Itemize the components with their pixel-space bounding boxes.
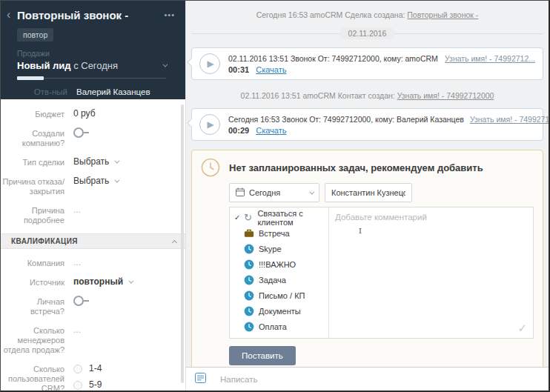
source-label: Источник: [1, 276, 64, 288]
calendar-icon: [236, 187, 245, 198]
call-meta: Сегодня 16:53 Звонок От: 74992712000, ко…: [228, 115, 464, 124]
event-text: Сегодня 16:53 amoCRM Сделка создана:: [256, 10, 408, 19]
deal-tag: повтор: [17, 28, 53, 41]
clock-icon: [243, 322, 255, 332]
pipeline-label: Продажи: [17, 49, 176, 58]
task-date-value: Сегодня: [249, 188, 304, 197]
back-icon[interactable]: ‹: [7, 8, 16, 21]
budget-value[interactable]: 0 руб: [73, 108, 96, 119]
deal-type-label: Тип сделки: [1, 156, 64, 167]
deal-fields: Бюджет 0 руб Создали компанию? Тип сделк…: [1, 99, 185, 391]
source-select[interactable]: повторный: [73, 276, 132, 288]
task-panel-title: Нет запланированных задач, рекомендуем д…: [229, 162, 483, 173]
note-input[interactable]: [220, 375, 540, 384]
deal-type-select[interactable]: Выбрать: [73, 156, 118, 167]
clock-icon: [243, 259, 255, 270]
card-notch: [187, 58, 195, 66]
chevron-down-icon: [162, 62, 168, 67]
field-company: Компания ...: [1, 257, 178, 268]
meeting-label: Личная встреча?: [1, 296, 64, 316]
contact-link[interactable]: Узнать имя! - 74992712...: [445, 54, 535, 63]
field-budget: Бюджет 0 руб: [1, 108, 178, 119]
note-composer: [186, 367, 549, 391]
company-created-label: Создали компанию?: [1, 127, 64, 148]
company-value[interactable]: ...: [73, 257, 81, 268]
chevron-down-icon: [309, 189, 314, 194]
field-personal-meeting: Личная встреча?: [1, 296, 178, 316]
responsible-label: Отв-ный: [7, 87, 67, 96]
deal-header: ‹ Повторный звонок - ••• повтор Продажи …: [1, 1, 185, 99]
task-type-list: ✓ ↻ Связаться с клиентом Встреча: [230, 207, 329, 338]
chevron-down-icon: [128, 279, 133, 284]
reason-detail-value[interactable]: ...: [73, 205, 81, 216]
timeline-panel: Сегодня 16:53 amoCRM Сделка создана: Пов…: [186, 1, 549, 391]
responsible-value[interactable]: Валерий Казанцев: [76, 87, 150, 96]
stage-suffix: с Сегодня: [71, 60, 119, 71]
section-qualification[interactable]: КВАЛИФИКАЦИЯ: [1, 233, 185, 249]
managers-value[interactable]: ...: [73, 325, 81, 336]
call-meta: 02.11.2016 13:51 Звонок От: 74992712000,…: [228, 54, 438, 63]
refusal-label: Причина отказа/ закрытия: [1, 176, 64, 196]
task-type-item[interactable]: Письмо / КП: [230, 288, 328, 303]
chevron-down-icon: [115, 178, 120, 183]
personal-meeting-toggle[interactable]: [73, 296, 89, 306]
task-type-item[interactable]: Skype: [230, 241, 328, 256]
refusal-select[interactable]: Выбрать: [73, 176, 118, 187]
event-contact-created: 02.11.2016 13:51 amoCRM Контакт создан: …: [191, 91, 543, 100]
section-title: КВАЛИФИКАЦИЯ: [11, 237, 173, 245]
task-type-item[interactable]: Задача: [230, 272, 328, 288]
field-company-created: Создали компанию?: [1, 127, 178, 148]
play-button[interactable]: ▶: [199, 53, 220, 74]
task-planner-panel: Нет запланированных задач, рекомендуем д…: [191, 150, 543, 367]
play-button[interactable]: ▶: [199, 114, 220, 135]
radio-option[interactable]: 5-9: [73, 379, 133, 391]
clock-icon: [243, 275, 255, 285]
set-task-button[interactable]: Поставить: [229, 346, 296, 365]
radio-option[interactable]: 1-4: [73, 363, 133, 374]
clock-icon: [243, 306, 255, 316]
event-feed: Сегодня 16:53 amoCRM Сделка создана: Пов…: [186, 1, 549, 367]
field-deal-type: Тип сделки Выбрать: [1, 156, 178, 167]
task-type-item[interactable]: ✓ ↻ Связаться с клиентом: [230, 210, 328, 225]
task-type-item[interactable]: Встреча: [230, 225, 328, 241]
deal-title[interactable]: Повторный звонок -: [17, 9, 162, 21]
radio-icon: [73, 365, 82, 373]
check-icon: ✓: [517, 322, 527, 335]
collapse-icon: [172, 239, 177, 245]
stage-name: Новый лид: [17, 60, 71, 71]
progress-filled: [17, 76, 44, 80]
task-type-item[interactable]: Документы: [230, 303, 328, 319]
call-record-card: ▶ Сегодня 16:53 Звонок От: 74992712000, …: [191, 108, 543, 141]
stage-progress-bar: [17, 76, 166, 80]
date-divider: 02.11.2016: [191, 27, 543, 39]
date-pill: 02.11.2016: [339, 27, 396, 39]
comment-input[interactable]: [329, 207, 533, 338]
alarm-clock-icon: [201, 158, 220, 177]
deal-sidebar: ‹ Повторный звонок - ••• повтор Продажи …: [1, 1, 186, 391]
sidebar-scrollbar[interactable]: [181, 104, 184, 383]
field-source: Источник повторный: [1, 276, 178, 288]
task-type-item[interactable]: !!!ВАЖНО: [230, 256, 328, 272]
company-created-toggle[interactable]: [73, 127, 89, 138]
note-icon[interactable]: [195, 373, 206, 386]
event-deal-created: Сегодня 16:53 amoCRM Сделка создана: Пов…: [191, 10, 543, 19]
assignee-input[interactable]: [325, 183, 412, 202]
call-record-card: ▶ 02.11.2016 13:51 Звонок От: 7499271200…: [191, 47, 543, 80]
download-link[interactable]: Скачать: [256, 126, 286, 135]
download-link[interactable]: Скачать: [256, 65, 286, 74]
contact-link[interactable]: Узнать имя! - 74992712...: [470, 115, 549, 124]
stage-selector[interactable]: Новый лид с Сегодня: [17, 60, 166, 71]
field-reason-detail: Причина подробнее ...: [1, 205, 178, 225]
crm-users-label: Сколько пользователей CRM?: [1, 363, 64, 391]
card-notch: [187, 119, 195, 127]
more-menu-icon[interactable]: •••: [162, 10, 176, 19]
crm-users-radio-group: 1-4 5-9 10-14 15-24 25-49 50 и более: [73, 363, 133, 391]
contact-link[interactable]: Узнать имя! - 74992712000: [397, 91, 494, 100]
deal-link[interactable]: Повторный звонок -: [407, 10, 478, 19]
event-text: 02.11.2016 13:51 amoCRM Контакт создан:: [241, 91, 397, 100]
field-managers-count: Сколько менеджеров отдела продаж? ...: [1, 325, 178, 355]
amocrm-deal-screen: ‹ Повторный звонок - ••• повтор Продажи …: [0, 0, 550, 392]
progress-track: [44, 78, 166, 79]
task-type-item[interactable]: Оплата: [230, 319, 328, 334]
task-date-select[interactable]: Сегодня: [229, 183, 319, 202]
